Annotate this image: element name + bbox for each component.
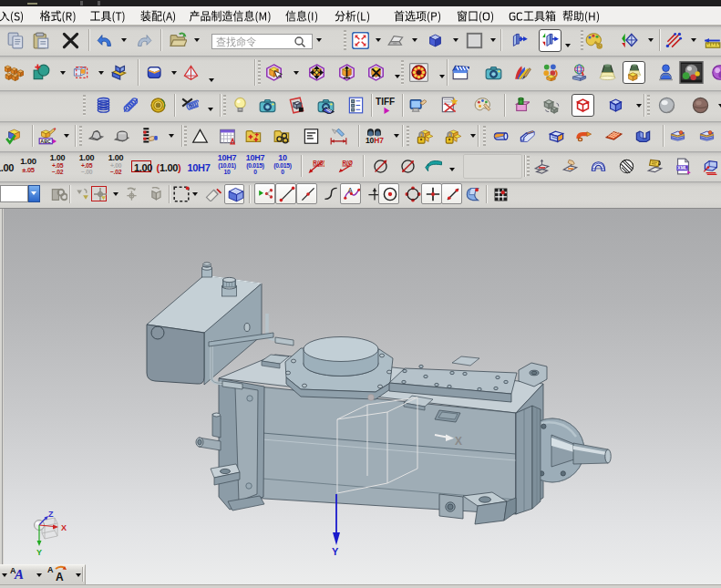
svg-text:Y: Y	[332, 546, 339, 557]
svg-text:Y: Y	[36, 548, 42, 557]
svg-text:A: A	[348, 186, 353, 194]
svg-text:10H7: 10H7	[366, 136, 384, 144]
svg-text:X: X	[455, 435, 462, 448]
svg-text:XML: XML	[677, 165, 687, 170]
svg-text:ABC: ABC	[40, 139, 51, 144]
svg-text:TIFF: TIFF	[376, 98, 395, 108]
svg-text:Z: Z	[48, 510, 54, 519]
svg-text:X: X	[61, 523, 67, 532]
